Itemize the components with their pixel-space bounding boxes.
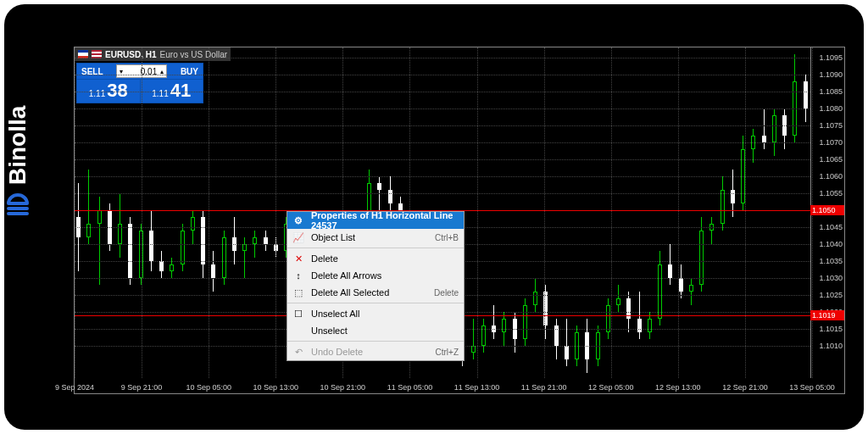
menu-label: Properties of H1 Horizontal Line 24537	[311, 210, 459, 231]
menu-icon: ✕	[292, 253, 304, 264]
hline-price-label: 1.1019	[810, 310, 844, 320]
x-tick: 12 Sep 13:00	[655, 383, 701, 392]
menu-icon: ↶	[292, 346, 304, 358]
candle	[159, 251, 164, 278]
x-tick: 12 Sep 21:00	[722, 383, 768, 392]
menu-icon: ☐	[292, 308, 304, 320]
menu-item[interactable]: ↕Delete All Arrows	[287, 267, 464, 284]
y-tick: 1.1075	[819, 121, 843, 130]
candle	[232, 217, 236, 264]
menu-label: Unselect	[311, 326, 459, 336]
menu-shortcut: Ctrl+Z	[436, 348, 459, 357]
menu-label: Object List	[311, 232, 428, 242]
y-tick: 1.1065	[819, 155, 843, 164]
y-tick: 1.1045	[819, 223, 843, 231]
menu-icon	[292, 325, 304, 337]
candle	[793, 54, 797, 142]
candle	[86, 170, 91, 244]
brand-name: Binolla	[4, 106, 31, 185]
candle	[699, 217, 704, 292]
y-tick: 1.1015	[819, 325, 843, 333]
candle	[689, 278, 693, 305]
menu-item[interactable]: ⚙Properties of H1 Horizontal Line 24537	[287, 212, 464, 229]
menu-icon: ⬚	[292, 287, 304, 298]
x-tick: 11 Sep 13:00	[454, 383, 500, 392]
candle	[554, 319, 559, 359]
menu-label: Undo Delete	[311, 347, 429, 357]
x-tick: 13 Sep 05:00	[789, 383, 835, 392]
x-tick: 10 Sep 13:00	[253, 383, 298, 392]
y-tick: 1.1055	[819, 189, 843, 198]
candle	[658, 251, 662, 326]
x-tick: 11 Sep 05:00	[387, 383, 433, 392]
candle	[264, 231, 268, 251]
candle	[211, 251, 215, 292]
candle	[523, 298, 527, 346]
candle	[751, 129, 755, 163]
menu-label: Delete All Selected	[311, 287, 427, 298]
y-tick: 1.1070	[819, 138, 843, 147]
menu-shortcut: Ctrl+B	[435, 233, 459, 242]
y-tick: 1.1090	[819, 70, 843, 79]
y-tick: 1.1035	[819, 257, 843, 265]
x-tick: 9 Sep 21:00	[121, 383, 163, 392]
candle	[492, 305, 496, 339]
menu-icon: ↕	[292, 270, 304, 281]
brand: Binolla	[4, 106, 31, 217]
y-tick: 1.1010	[819, 342, 843, 350]
candle	[679, 264, 683, 298]
candle	[721, 176, 725, 231]
candle	[181, 224, 185, 271]
candle	[606, 298, 610, 339]
chart-window: EURUSD, H1 Euro vs US Dollar SELL ▾ 0.01…	[74, 47, 845, 394]
candle	[222, 231, 226, 285]
candle	[481, 319, 486, 353]
menu-icon: 📈	[292, 231, 304, 243]
candle	[471, 319, 476, 359]
menu-separator	[287, 248, 464, 248]
menu-item[interactable]: Unselect	[287, 322, 464, 339]
candle	[616, 285, 620, 312]
menu-separator	[287, 341, 464, 342]
context-menu: ⚙Properties of H1 Horizontal Line 24537📈…	[287, 211, 465, 361]
app-frame: Binolla EURUSD, H1 Euro vs US Dollar SEL…	[4, 4, 864, 430]
y-axis: 1.10101.10151.10201.10251.10301.10351.10…	[810, 47, 844, 378]
x-tick: 10 Sep 05:00	[186, 383, 231, 392]
menu-separator	[287, 303, 464, 303]
y-tick: 1.1095	[819, 53, 843, 62]
candle	[772, 108, 776, 156]
candle	[565, 319, 569, 366]
y-tick: 1.1040	[819, 240, 843, 248]
y-tick: 1.1085	[819, 87, 843, 96]
hline-price-label: 1.1050	[810, 205, 844, 215]
y-tick: 1.1030	[819, 274, 843, 282]
candle	[804, 75, 808, 122]
y-tick: 1.1060	[819, 172, 843, 181]
x-tick: 9 Sep 2024	[55, 383, 94, 392]
x-axis: 9 Sep 20249 Sep 21:0010 Sep 05:0010 Sep …	[75, 378, 810, 393]
menu-label: Delete All Arrows	[311, 270, 459, 281]
candle	[149, 210, 153, 271]
menu-item: ↶Undo DeleteCtrl+Z	[287, 343, 464, 360]
menu-item[interactable]: 📈Object ListCtrl+B	[287, 229, 464, 246]
y-tick: 1.1025	[819, 291, 843, 299]
menu-label: Unselect All	[311, 309, 459, 319]
menu-label: Delete	[311, 253, 459, 264]
menu-item[interactable]: ⬚Delete All SelectedDelete	[287, 284, 464, 301]
menu-shortcut: Delete	[434, 288, 459, 298]
x-tick: 11 Sep 21:00	[521, 383, 567, 392]
y-tick: 1.1080	[819, 104, 843, 113]
menu-item[interactable]: ☐Unselect All	[287, 305, 464, 322]
menu-icon: ⚙	[292, 214, 304, 226]
brand-logo-icon	[5, 192, 31, 217]
candle	[709, 217, 714, 244]
x-tick: 12 Sep 05:00	[588, 383, 634, 392]
menu-item[interactable]: ✕Delete	[287, 250, 464, 267]
candle	[118, 193, 122, 258]
x-tick: 10 Sep 21:00	[320, 383, 366, 392]
